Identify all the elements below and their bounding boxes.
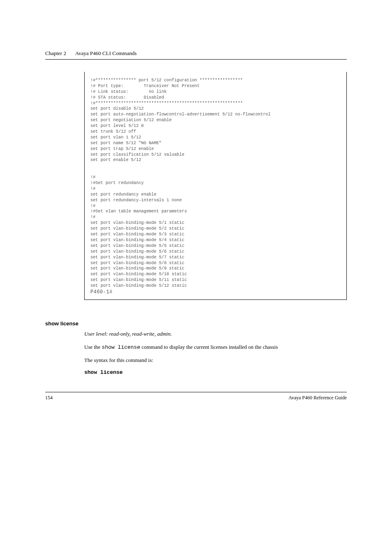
- code-line: set port name 5/12 "NO NAME": [90, 140, 161, 145]
- chapter-label: Chapter 2: [45, 50, 66, 56]
- footer-guide-title: Avaya P460 Reference Guide: [288, 395, 347, 401]
- code-line: set port vlan-binding-mode 5/6 static: [90, 249, 184, 254]
- code-line: set port vlan-binding-mode 5/10 static: [90, 272, 187, 276]
- code-line: set port vlan-binding-mode 5/12 static: [90, 283, 187, 288]
- code-line: set port enable 5/12: [90, 157, 141, 162]
- code-line: !#**************************************…: [90, 101, 243, 106]
- section-heading-show-license: show license: [45, 320, 347, 327]
- code-line: set port vlan-binding-mode 5/4 static: [90, 237, 184, 242]
- code-line: set port vlan 1 5/12: [90, 135, 141, 140]
- code-line: set trunk 5/12 off: [90, 129, 136, 134]
- page-footer: 154 Avaya P460 Reference Guide: [45, 392, 347, 401]
- code-line: !#: [90, 214, 95, 219]
- code-line: !# Link status: no link: [90, 89, 166, 94]
- code-line: set port vlan-binding-mode 5/2 static: [90, 226, 184, 231]
- code-line: set port disable 5/12: [90, 106, 144, 111]
- page-number: 154: [45, 395, 53, 401]
- desc-part2: command to display the current licenses …: [140, 344, 278, 350]
- code-line: set port redundancy-intervals 1 none: [90, 198, 182, 203]
- code-line: set port vlan-binding-mode 5/11 static: [90, 277, 187, 282]
- page-header: Chapter 2 Avaya P460 CLI Commands: [45, 49, 347, 60]
- code-line: set port redundancy enable: [90, 192, 157, 197]
- code-line: set port vlan-binding-mode 5/1 static: [90, 220, 184, 225]
- syntax-intro: The syntax for this command is:: [84, 356, 347, 364]
- code-line: !#: [90, 203, 95, 208]
- code-line: !#Set port redundancy: [90, 180, 144, 185]
- code-line: !#: [90, 186, 95, 191]
- cli-prompt: P460-1#: [90, 289, 113, 295]
- desc-code: show license: [102, 344, 141, 350]
- code-line: set port level 5/12 0: [90, 123, 144, 128]
- desc-part1: Use the: [84, 344, 102, 350]
- syntax-command: show license: [84, 369, 347, 375]
- code-line: set port classification 5/12 valuable: [90, 152, 184, 157]
- chapter-title: Avaya P460 CLI Commands: [75, 50, 137, 56]
- code-line: set port vlan-binding-mode 5/9 static: [90, 266, 184, 271]
- code-line: set port vlan-binding-mode 5/5 static: [90, 243, 184, 248]
- code-line: !#**************** port 5/12 configurati…: [90, 78, 243, 83]
- cli-output-box: !#**************** port 5/12 configurati…: [84, 72, 347, 300]
- description-text: Use the show license command to display …: [84, 343, 347, 352]
- code-line: set port vlan-binding-mode 5/3 static: [90, 232, 184, 237]
- code-line: set port negotiation 5/12 enable: [90, 117, 172, 122]
- code-line: set port trap 5/12 enable: [90, 146, 154, 151]
- code-line: !# STA status: Disabled: [90, 95, 164, 100]
- code-line: set port auto-negotiation-flowcontrol-ad…: [90, 112, 271, 117]
- user-level-text: User level: read-only, read-write, admin…: [84, 330, 347, 338]
- code-line: !# Port type: Tranceiver Not Present: [90, 83, 200, 88]
- code-line: set port vlan-binding-mode 5/7 static: [90, 255, 184, 260]
- code-line: !#: [90, 175, 95, 180]
- code-line: set port vlan-binding-mode 5/8 static: [90, 260, 184, 265]
- code-line: !#Set vlan table management parameters: [90, 209, 187, 214]
